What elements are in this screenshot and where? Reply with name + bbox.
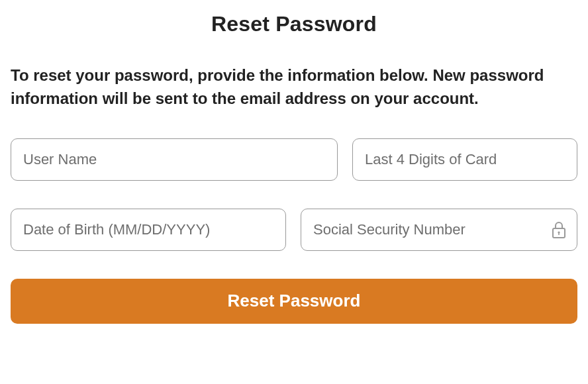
page-title: Reset Password	[11, 12, 577, 36]
dob-field-wrap	[11, 209, 286, 251]
card-last4-field-wrap	[352, 138, 577, 181]
form-row-2	[11, 209, 577, 251]
username-field-wrap	[11, 138, 338, 181]
dob-field[interactable]	[11, 209, 286, 251]
reset-password-button[interactable]: Reset Password	[11, 279, 577, 324]
ssn-field[interactable]	[301, 209, 577, 251]
instructions-text: To reset your password, provide the info…	[11, 64, 577, 111]
ssn-field-wrap	[301, 209, 577, 251]
card-last4-field[interactable]	[352, 138, 577, 181]
username-field[interactable]	[11, 138, 338, 181]
form-row-1	[11, 138, 577, 181]
